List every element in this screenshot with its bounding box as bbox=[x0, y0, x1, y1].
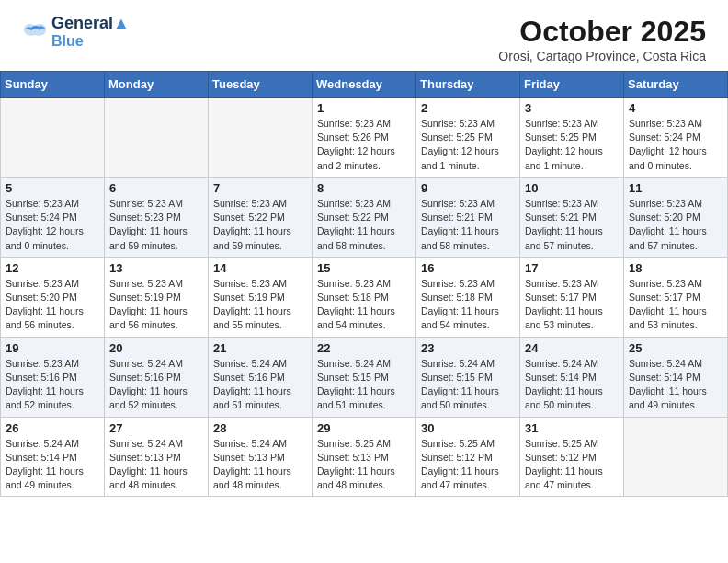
table-row bbox=[1, 98, 105, 178]
calendar-week-row: 26Sunrise: 5:24 AMSunset: 5:14 PMDayligh… bbox=[1, 417, 728, 497]
table-row: 20Sunrise: 5:24 AMSunset: 5:16 PMDayligh… bbox=[105, 337, 209, 417]
day-info: Sunrise: 5:23 AMSunset: 5:25 PMDaylight:… bbox=[525, 117, 619, 173]
day-info: Sunrise: 5:23 AMSunset: 5:18 PMDaylight:… bbox=[317, 277, 411, 333]
calendar-week-row: 12Sunrise: 5:23 AMSunset: 5:20 PMDayligh… bbox=[1, 257, 728, 337]
table-row: 12Sunrise: 5:23 AMSunset: 5:20 PMDayligh… bbox=[1, 257, 105, 337]
table-row: 4Sunrise: 5:23 AMSunset: 5:24 PMDaylight… bbox=[624, 98, 728, 178]
table-row bbox=[624, 417, 728, 497]
table-row: 13Sunrise: 5:23 AMSunset: 5:19 PMDayligh… bbox=[105, 257, 209, 337]
logo-text: General▲ Blue bbox=[51, 15, 130, 49]
table-row: 30Sunrise: 5:25 AMSunset: 5:12 PMDayligh… bbox=[416, 417, 520, 497]
calendar-week-row: 1Sunrise: 5:23 AMSunset: 5:26 PMDaylight… bbox=[1, 98, 728, 178]
day-number: 28 bbox=[213, 421, 307, 435]
day-info: Sunrise: 5:23 AMSunset: 5:19 PMDaylight:… bbox=[213, 277, 307, 333]
table-row: 3Sunrise: 5:23 AMSunset: 5:25 PMDaylight… bbox=[520, 98, 624, 178]
day-number: 22 bbox=[317, 341, 411, 355]
day-number: 27 bbox=[109, 421, 203, 435]
day-number: 25 bbox=[629, 341, 722, 355]
col-wednesday: Wednesday bbox=[313, 72, 416, 98]
day-info: Sunrise: 5:23 AMSunset: 5:19 PMDaylight:… bbox=[109, 277, 203, 333]
logo-icon bbox=[22, 22, 48, 42]
day-number: 19 bbox=[6, 341, 99, 355]
table-row: 18Sunrise: 5:23 AMSunset: 5:17 PMDayligh… bbox=[624, 257, 728, 337]
col-friday: Friday bbox=[520, 72, 624, 98]
day-info: Sunrise: 5:23 AMSunset: 5:17 PMDaylight:… bbox=[525, 277, 619, 333]
day-number: 7 bbox=[213, 181, 307, 195]
calendar-week-row: 5Sunrise: 5:23 AMSunset: 5:24 PMDaylight… bbox=[1, 177, 728, 257]
day-number: 13 bbox=[109, 261, 203, 275]
day-info: Sunrise: 5:24 AMSunset: 5:16 PMDaylight:… bbox=[213, 357, 307, 413]
day-info: Sunrise: 5:24 AMSunset: 5:13 PMDaylight:… bbox=[213, 437, 307, 493]
col-tuesday: Tuesday bbox=[209, 72, 313, 98]
day-number: 11 bbox=[629, 181, 722, 195]
table-row: 11Sunrise: 5:23 AMSunset: 5:20 PMDayligh… bbox=[624, 177, 728, 257]
table-row: 19Sunrise: 5:23 AMSunset: 5:16 PMDayligh… bbox=[1, 337, 105, 417]
day-number: 15 bbox=[317, 261, 411, 275]
title-section: October 2025 Orosi, Cartago Province, Co… bbox=[498, 15, 706, 63]
calendar-header-row: Sunday Monday Tuesday Wednesday Thursday… bbox=[1, 72, 728, 98]
day-info: Sunrise: 5:23 AMSunset: 5:20 PMDaylight:… bbox=[629, 197, 722, 253]
day-number: 3 bbox=[525, 101, 619, 115]
day-number: 5 bbox=[6, 181, 99, 195]
table-row: 26Sunrise: 5:24 AMSunset: 5:14 PMDayligh… bbox=[1, 417, 105, 497]
day-info: Sunrise: 5:24 AMSunset: 5:14 PMDaylight:… bbox=[525, 357, 619, 413]
day-number: 31 bbox=[525, 421, 619, 435]
calendar-table: Sunday Monday Tuesday Wednesday Thursday… bbox=[0, 71, 728, 497]
day-number: 21 bbox=[213, 341, 307, 355]
table-row: 27Sunrise: 5:24 AMSunset: 5:13 PMDayligh… bbox=[105, 417, 209, 497]
day-number: 30 bbox=[421, 421, 515, 435]
day-info: Sunrise: 5:24 AMSunset: 5:15 PMDaylight:… bbox=[317, 357, 411, 413]
day-info: Sunrise: 5:23 AMSunset: 5:23 PMDaylight:… bbox=[109, 197, 203, 253]
table-row: 1Sunrise: 5:23 AMSunset: 5:26 PMDaylight… bbox=[313, 98, 416, 178]
table-row: 29Sunrise: 5:25 AMSunset: 5:13 PMDayligh… bbox=[313, 417, 416, 497]
day-info: Sunrise: 5:24 AMSunset: 5:16 PMDaylight:… bbox=[109, 357, 203, 413]
day-info: Sunrise: 5:23 AMSunset: 5:22 PMDaylight:… bbox=[317, 197, 411, 253]
table-row: 8Sunrise: 5:23 AMSunset: 5:22 PMDaylight… bbox=[313, 177, 416, 257]
day-number: 24 bbox=[525, 341, 619, 355]
table-row: 31Sunrise: 5:25 AMSunset: 5:12 PMDayligh… bbox=[520, 417, 624, 497]
table-row: 28Sunrise: 5:24 AMSunset: 5:13 PMDayligh… bbox=[209, 417, 313, 497]
day-number: 9 bbox=[421, 181, 515, 195]
table-row bbox=[209, 98, 313, 178]
day-info: Sunrise: 5:23 AMSunset: 5:21 PMDaylight:… bbox=[421, 197, 515, 253]
day-number: 17 bbox=[525, 261, 619, 275]
table-row: 24Sunrise: 5:24 AMSunset: 5:14 PMDayligh… bbox=[520, 337, 624, 417]
day-number: 29 bbox=[317, 421, 411, 435]
day-info: Sunrise: 5:23 AMSunset: 5:25 PMDaylight:… bbox=[421, 117, 515, 173]
page-header: General▲ Blue October 2025 Orosi, Cartag… bbox=[0, 0, 728, 71]
day-info: Sunrise: 5:25 AMSunset: 5:13 PMDaylight:… bbox=[317, 437, 411, 493]
day-number: 6 bbox=[109, 181, 203, 195]
day-info: Sunrise: 5:25 AMSunset: 5:12 PMDaylight:… bbox=[421, 437, 515, 493]
day-info: Sunrise: 5:23 AMSunset: 5:24 PMDaylight:… bbox=[629, 117, 722, 173]
table-row: 6Sunrise: 5:23 AMSunset: 5:23 PMDaylight… bbox=[105, 177, 209, 257]
month-title: October 2025 bbox=[498, 15, 706, 49]
day-info: Sunrise: 5:23 AMSunset: 5:22 PMDaylight:… bbox=[213, 197, 307, 253]
subtitle: Orosi, Cartago Province, Costa Rica bbox=[498, 49, 706, 63]
day-number: 1 bbox=[317, 101, 411, 115]
day-number: 4 bbox=[629, 101, 722, 115]
day-info: Sunrise: 5:23 AMSunset: 5:16 PMDaylight:… bbox=[6, 357, 99, 413]
day-number: 10 bbox=[525, 181, 619, 195]
day-number: 18 bbox=[629, 261, 722, 275]
table-row: 9Sunrise: 5:23 AMSunset: 5:21 PMDaylight… bbox=[416, 177, 520, 257]
table-row: 21Sunrise: 5:24 AMSunset: 5:16 PMDayligh… bbox=[209, 337, 313, 417]
day-info: Sunrise: 5:23 AMSunset: 5:18 PMDaylight:… bbox=[421, 277, 515, 333]
table-row: 10Sunrise: 5:23 AMSunset: 5:21 PMDayligh… bbox=[520, 177, 624, 257]
day-info: Sunrise: 5:23 AMSunset: 5:17 PMDaylight:… bbox=[629, 277, 722, 333]
table-row: 17Sunrise: 5:23 AMSunset: 5:17 PMDayligh… bbox=[520, 257, 624, 337]
day-number: 20 bbox=[109, 341, 203, 355]
day-info: Sunrise: 5:23 AMSunset: 5:24 PMDaylight:… bbox=[6, 197, 99, 253]
day-number: 26 bbox=[6, 421, 99, 435]
day-info: Sunrise: 5:23 AMSunset: 5:21 PMDaylight:… bbox=[525, 197, 619, 253]
day-number: 14 bbox=[213, 261, 307, 275]
day-info: Sunrise: 5:24 AMSunset: 5:15 PMDaylight:… bbox=[421, 357, 515, 413]
table-row: 22Sunrise: 5:24 AMSunset: 5:15 PMDayligh… bbox=[313, 337, 416, 417]
table-row: 15Sunrise: 5:23 AMSunset: 5:18 PMDayligh… bbox=[313, 257, 416, 337]
table-row: 2Sunrise: 5:23 AMSunset: 5:25 PMDaylight… bbox=[416, 98, 520, 178]
day-number: 23 bbox=[421, 341, 515, 355]
col-monday: Monday bbox=[105, 72, 209, 98]
day-number: 16 bbox=[421, 261, 515, 275]
day-info: Sunrise: 5:23 AMSunset: 5:20 PMDaylight:… bbox=[6, 277, 99, 333]
calendar-week-row: 19Sunrise: 5:23 AMSunset: 5:16 PMDayligh… bbox=[1, 337, 728, 417]
table-row: 14Sunrise: 5:23 AMSunset: 5:19 PMDayligh… bbox=[209, 257, 313, 337]
